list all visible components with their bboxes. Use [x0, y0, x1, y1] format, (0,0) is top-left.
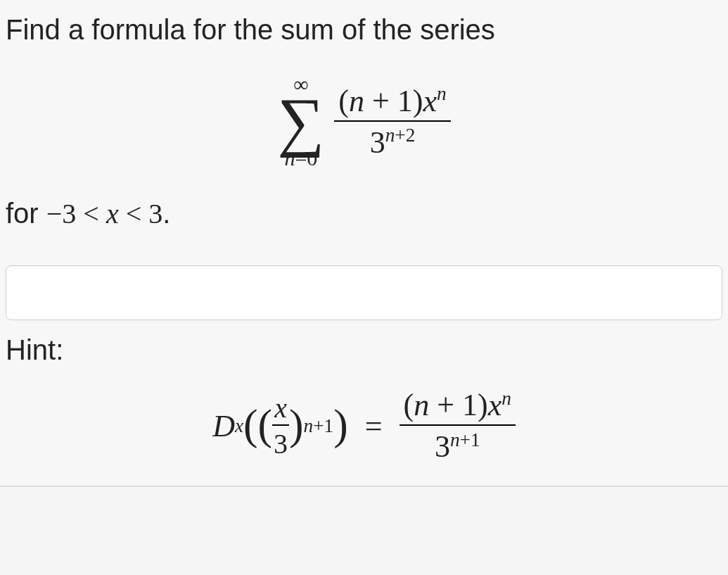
hint-inner-fraction: x3: [272, 391, 289, 460]
equals-sign: =: [365, 408, 383, 444]
hint-right-denominator: 3n+1: [430, 426, 485, 465]
summation-symbol: ∑: [277, 95, 324, 148]
hint-right-fraction: (n + 1)xn 3n+1: [400, 387, 516, 465]
interval-text: for −3 < x < 3.: [6, 197, 722, 230]
hint-label: Hint:: [6, 334, 722, 366]
fraction-numerator: (n + 1)xn: [334, 83, 450, 120]
sigma-icon: ∞ ∑ n=0: [277, 74, 324, 169]
hint-expression: Dx((x3)n+1) = (n + 1)xn 3n+1: [6, 387, 722, 465]
fraction-denominator: 3n+2: [366, 122, 420, 160]
problem-prompt: Find a formula for the sum of the series: [6, 14, 722, 46]
sigma-lower-limit: n=0: [284, 148, 317, 169]
series-term-fraction: (n + 1)xn 3n+2: [334, 83, 450, 160]
hint-right-numerator: (n + 1)xn: [400, 387, 516, 424]
answer-input[interactable]: [6, 265, 722, 320]
series-expression: ∞ ∑ n=0 (n + 1)xn 3n+2: [6, 74, 722, 169]
